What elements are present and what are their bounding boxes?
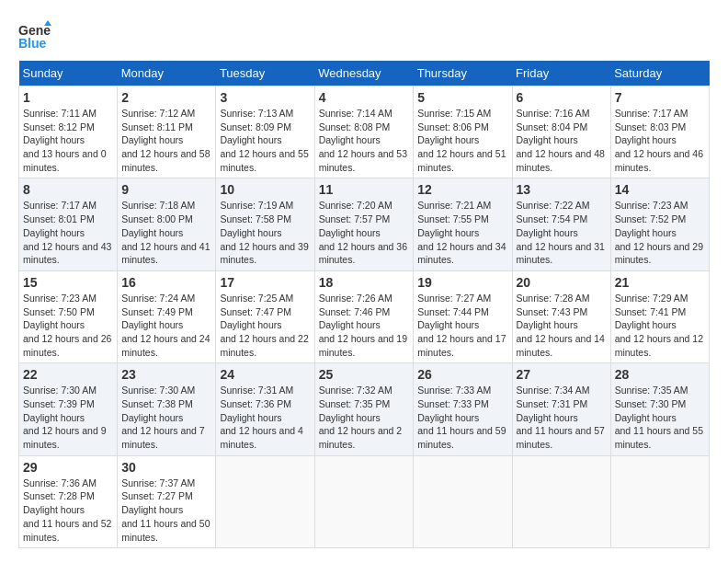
calendar-cell: 11 Sunrise: 7:20 AM Sunset: 7:57 PM Dayl… (314, 178, 414, 270)
day-info: Sunrise: 7:26 AM Sunset: 7:46 PM Dayligh… (319, 292, 410, 359)
day-number: 22 (23, 367, 113, 382)
calendar-cell: 28 Sunrise: 7:35 AM Sunset: 7:30 PM Dayl… (610, 363, 709, 455)
day-number: 18 (319, 275, 410, 290)
calendar-cell: 12 Sunrise: 7:21 AM Sunset: 7:55 PM Dayl… (414, 178, 512, 270)
calendar-cell: 8 Sunrise: 7:17 AM Sunset: 8:01 PM Dayli… (19, 178, 118, 270)
day-number: 2 (121, 90, 211, 105)
calendar-cell: 21 Sunrise: 7:29 AM Sunset: 7:41 PM Dayl… (610, 270, 709, 362)
day-info: Sunrise: 7:20 AM Sunset: 7:57 PM Dayligh… (319, 199, 410, 266)
calendar-cell: 18 Sunrise: 7:26 AM Sunset: 7:46 PM Dayl… (314, 270, 414, 362)
weekday-header-wednesday: Wednesday (314, 61, 414, 86)
day-info: Sunrise: 7:27 AM Sunset: 7:44 PM Dayligh… (417, 292, 507, 359)
calendar-cell: 7 Sunrise: 7:17 AM Sunset: 8:03 PM Dayli… (610, 86, 709, 178)
day-info: Sunrise: 7:16 AM Sunset: 8:04 PM Dayligh… (517, 107, 607, 174)
day-info: Sunrise: 7:19 AM Sunset: 7:58 PM Dayligh… (220, 199, 310, 266)
day-info: Sunrise: 7:12 AM Sunset: 8:11 PM Dayligh… (121, 107, 211, 174)
logo-icon: General Blue (18, 18, 51, 52)
calendar-cell: 30 Sunrise: 7:37 AM Sunset: 7:27 PM Dayl… (118, 455, 216, 547)
day-info: Sunrise: 7:14 AM Sunset: 8:08 PM Dayligh… (319, 107, 410, 174)
day-number: 4 (319, 90, 410, 105)
day-number: 19 (417, 275, 507, 290)
calendar-cell: 23 Sunrise: 7:30 AM Sunset: 7:38 PM Dayl… (118, 363, 216, 455)
calendar-cell: 24 Sunrise: 7:31 AM Sunset: 7:36 PM Dayl… (216, 363, 314, 455)
calendar-cell: 25 Sunrise: 7:32 AM Sunset: 7:35 PM Dayl… (314, 363, 414, 455)
calendar-cell: 17 Sunrise: 7:25 AM Sunset: 7:47 PM Dayl… (216, 270, 314, 362)
day-number: 17 (220, 275, 310, 290)
calendar-cell: 2 Sunrise: 7:12 AM Sunset: 8:11 PM Dayli… (118, 86, 216, 178)
page-header: General Blue (18, 18, 710, 52)
calendar-cell: 13 Sunrise: 7:22 AM Sunset: 7:54 PM Dayl… (512, 178, 610, 270)
day-info: Sunrise: 7:30 AM Sunset: 7:39 PM Dayligh… (23, 384, 113, 451)
day-number: 23 (121, 367, 211, 382)
day-info: Sunrise: 7:24 AM Sunset: 7:49 PM Dayligh… (121, 292, 211, 359)
day-info: Sunrise: 7:37 AM Sunset: 7:27 PM Dayligh… (121, 477, 211, 544)
calendar-cell: 16 Sunrise: 7:24 AM Sunset: 7:49 PM Dayl… (118, 270, 216, 362)
calendar-cell: 3 Sunrise: 7:13 AM Sunset: 8:09 PM Dayli… (216, 86, 314, 178)
day-number: 21 (615, 275, 705, 290)
day-info: Sunrise: 7:34 AM Sunset: 7:31 PM Dayligh… (517, 384, 607, 451)
calendar-cell: 22 Sunrise: 7:30 AM Sunset: 7:39 PM Dayl… (19, 363, 118, 455)
week-row-2: 8 Sunrise: 7:17 AM Sunset: 8:01 PM Dayli… (19, 178, 710, 270)
weekday-header-sunday: Sunday (19, 61, 118, 86)
day-number: 9 (121, 182, 211, 197)
calendar-cell: 27 Sunrise: 7:34 AM Sunset: 7:31 PM Dayl… (512, 363, 610, 455)
calendar-cell: 20 Sunrise: 7:28 AM Sunset: 7:43 PM Dayl… (512, 270, 610, 362)
day-info: Sunrise: 7:22 AM Sunset: 7:54 PM Dayligh… (517, 199, 607, 266)
day-number: 20 (517, 275, 607, 290)
day-number: 11 (319, 182, 410, 197)
day-number: 24 (220, 367, 310, 382)
day-number: 3 (220, 90, 310, 105)
calendar-cell: 15 Sunrise: 7:23 AM Sunset: 7:50 PM Dayl… (19, 270, 118, 362)
day-info: Sunrise: 7:23 AM Sunset: 7:50 PM Dayligh… (23, 292, 113, 359)
day-number: 26 (417, 367, 507, 382)
day-number: 1 (23, 90, 113, 105)
day-info: Sunrise: 7:25 AM Sunset: 7:47 PM Dayligh… (220, 292, 310, 359)
week-row-3: 15 Sunrise: 7:23 AM Sunset: 7:50 PM Dayl… (19, 270, 710, 362)
day-number: 29 (23, 460, 113, 475)
calendar-cell (610, 455, 709, 547)
calendar-cell: 26 Sunrise: 7:33 AM Sunset: 7:33 PM Dayl… (414, 363, 512, 455)
logo: General Blue (18, 18, 55, 52)
day-number: 6 (517, 90, 607, 105)
day-info: Sunrise: 7:23 AM Sunset: 7:52 PM Dayligh… (615, 199, 705, 266)
day-number: 30 (121, 460, 211, 475)
calendar-cell: 4 Sunrise: 7:14 AM Sunset: 8:08 PM Dayli… (314, 86, 414, 178)
day-info: Sunrise: 7:28 AM Sunset: 7:43 PM Dayligh… (517, 292, 607, 359)
weekday-header-monday: Monday (118, 61, 216, 86)
day-number: 8 (23, 182, 113, 197)
calendar-cell: 14 Sunrise: 7:23 AM Sunset: 7:52 PM Dayl… (610, 178, 709, 270)
week-row-5: 29 Sunrise: 7:36 AM Sunset: 7:28 PM Dayl… (19, 455, 710, 547)
day-info: Sunrise: 7:35 AM Sunset: 7:30 PM Dayligh… (615, 384, 705, 451)
calendar-cell (512, 455, 610, 547)
calendar-cell: 29 Sunrise: 7:36 AM Sunset: 7:28 PM Dayl… (19, 455, 118, 547)
day-number: 15 (23, 275, 113, 290)
day-info: Sunrise: 7:18 AM Sunset: 8:00 PM Dayligh… (121, 199, 211, 266)
week-row-4: 22 Sunrise: 7:30 AM Sunset: 7:39 PM Dayl… (19, 363, 710, 455)
weekday-header-saturday: Saturday (610, 61, 709, 86)
day-number: 16 (121, 275, 211, 290)
calendar-cell: 9 Sunrise: 7:18 AM Sunset: 8:00 PM Dayli… (118, 178, 216, 270)
day-number: 12 (417, 182, 507, 197)
day-info: Sunrise: 7:36 AM Sunset: 7:28 PM Dayligh… (23, 477, 113, 544)
day-number: 5 (417, 90, 507, 105)
svg-text:Blue: Blue (18, 36, 47, 51)
day-info: Sunrise: 7:15 AM Sunset: 8:06 PM Dayligh… (417, 107, 507, 174)
day-number: 13 (517, 182, 607, 197)
calendar-cell (314, 455, 414, 547)
day-number: 25 (319, 367, 410, 382)
weekday-header-friday: Friday (512, 61, 610, 86)
weekday-header-tuesday: Tuesday (216, 61, 314, 86)
calendar-cell: 10 Sunrise: 7:19 AM Sunset: 7:58 PM Dayl… (216, 178, 314, 270)
day-info: Sunrise: 7:32 AM Sunset: 7:35 PM Dayligh… (319, 384, 410, 451)
weekday-header-thursday: Thursday (414, 61, 512, 86)
calendar-cell (414, 455, 512, 547)
day-number: 14 (615, 182, 705, 197)
calendar-cell: 6 Sunrise: 7:16 AM Sunset: 8:04 PM Dayli… (512, 86, 610, 178)
day-info: Sunrise: 7:17 AM Sunset: 8:03 PM Dayligh… (615, 107, 705, 174)
calendar-table: SundayMondayTuesdayWednesdayThursdayFrid… (18, 61, 710, 548)
calendar-cell: 1 Sunrise: 7:11 AM Sunset: 8:12 PM Dayli… (19, 86, 118, 178)
week-row-1: 1 Sunrise: 7:11 AM Sunset: 8:12 PM Dayli… (19, 86, 710, 178)
day-number: 28 (615, 367, 705, 382)
day-info: Sunrise: 7:33 AM Sunset: 7:33 PM Dayligh… (417, 384, 507, 451)
day-info: Sunrise: 7:21 AM Sunset: 7:55 PM Dayligh… (417, 199, 507, 266)
